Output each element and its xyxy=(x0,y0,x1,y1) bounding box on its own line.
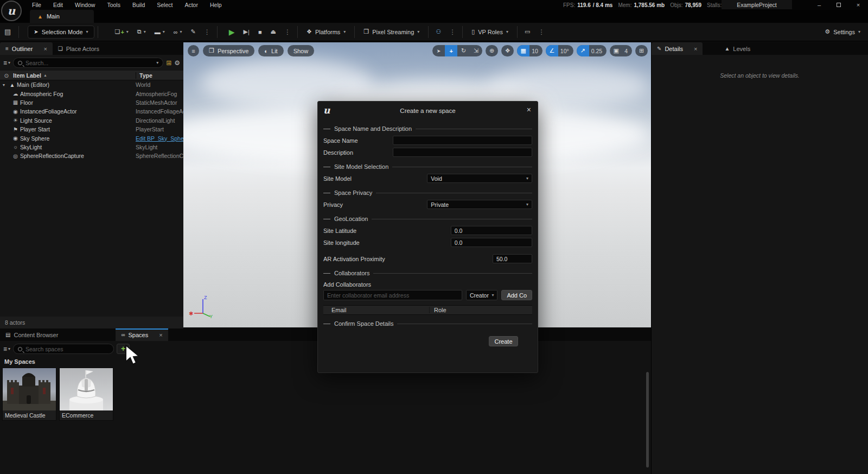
perspective-dropdown[interactable]: ❒ Perspective xyxy=(203,45,254,56)
virtual-camera-options-icon[interactable]: ⋮ xyxy=(535,28,548,36)
camera-speed-control[interactable]: ▣ 4 xyxy=(610,45,632,56)
tab-place-actors[interactable]: ❏ Place Actors xyxy=(53,42,105,55)
menu-tools[interactable]: Tools xyxy=(101,1,126,9)
space-card-ecommerce[interactable]: ECommerce xyxy=(59,368,113,421)
create-space-button[interactable]: Create xyxy=(489,336,518,346)
spaces-search-input[interactable] xyxy=(25,346,109,352)
step-button[interactable]: ▶| xyxy=(240,28,253,35)
grid-snap-control[interactable]: ▦ 10 xyxy=(517,45,542,56)
blueprints-dropdown[interactable]: ⧉▾ xyxy=(133,28,150,35)
menu-select[interactable]: Select xyxy=(151,1,178,9)
filter-icon[interactable]: ≡▾ xyxy=(3,59,10,67)
column-item-label[interactable]: Item Label▲ xyxy=(13,72,136,79)
outliner-settings-gear-icon[interactable]: ⚙ xyxy=(174,59,180,67)
ar-proximity-input[interactable] xyxy=(493,254,532,263)
maximize-viewport-button[interactable]: ⊞ xyxy=(635,45,648,56)
latitude-input[interactable] xyxy=(451,226,532,235)
add-actor-dropdown[interactable]: ❏+▾ xyxy=(111,28,132,35)
tab-main-level[interactable]: ▲ Main xyxy=(30,10,94,23)
show-dropdown[interactable]: Show xyxy=(288,45,315,56)
viewport-menu-icon[interactable]: ≡ xyxy=(188,45,199,56)
world-space-toggle[interactable]: ⊕ xyxy=(486,45,498,56)
site-model-select[interactable]: Void ▾ xyxy=(427,174,532,183)
outliner-search-input[interactable] xyxy=(25,60,153,66)
menu-build[interactable]: Build xyxy=(126,1,151,9)
collaborator-role-select[interactable]: Creator ▾ xyxy=(466,290,498,300)
sequence-dropdown[interactable]: ∞▾ xyxy=(170,29,186,35)
editor-modes-button[interactable]: ✎ xyxy=(187,28,200,35)
close-icon[interactable]: × xyxy=(43,46,47,52)
vp-roles-dropdown[interactable]: ▯ VP Roles ▾ xyxy=(466,28,514,35)
menu-window[interactable]: Window xyxy=(69,1,101,9)
scale-snap-control[interactable]: ↗ 0.25 xyxy=(577,45,607,56)
tree-row-light-source[interactable]: ☀ Light Source DirectionalLight xyxy=(0,116,183,125)
tree-row-atmospheric-fog[interactable]: ☁ Atmospheric Fog AtmosphericFog xyxy=(0,89,183,98)
collaborator-email-input[interactable] xyxy=(323,290,462,300)
pixel-streaming-dropdown[interactable]: ❒ Pixel Streaming ▾ xyxy=(358,28,425,35)
gamepad-icon: ❖ xyxy=(307,28,312,35)
stop-button[interactable]: ■ xyxy=(254,29,266,35)
cinematics-dropdown[interactable]: ▬▾ xyxy=(151,29,169,35)
space-card-medieval-castle[interactable]: Medieval Castle xyxy=(2,368,56,421)
tab-spaces[interactable]: ∞ Spaces × xyxy=(116,328,168,341)
tree-row-floor[interactable]: ▦ Floor StaticMeshActor xyxy=(0,98,183,107)
tab-outliner[interactable]: ≡ Outliner × xyxy=(0,42,53,55)
rotate-tool-icon[interactable]: ↻ xyxy=(457,45,470,56)
dialog-close-icon[interactable]: × xyxy=(527,105,531,114)
settings-dropdown[interactable]: ⚙ Settings ▾ xyxy=(825,28,860,35)
actor-label: SphereReflectionCapture xyxy=(20,153,136,159)
menu-file[interactable]: File xyxy=(26,1,47,9)
menu-actor[interactable]: Actor xyxy=(178,1,204,9)
vertical-scrollbar[interactable] xyxy=(646,372,649,467)
lit-dropdown[interactable]: ◐ Lit xyxy=(258,45,283,56)
tab-levels[interactable]: ▲ Levels xyxy=(719,42,756,55)
tree-row-instanced-foliage[interactable]: ◉ InstancedFoliageActor InstancedFoliage… xyxy=(0,107,183,116)
play-options-icon[interactable]: ⋮ xyxy=(281,28,294,36)
platforms-dropdown[interactable]: ❖ Platforms ▾ xyxy=(301,28,351,35)
longitude-input[interactable] xyxy=(451,238,532,247)
multi-user-button[interactable]: ⚇ xyxy=(432,28,445,35)
tree-row-skylight[interactable]: ☼ SkyLight SkyLight xyxy=(0,143,183,151)
menu-edit[interactable]: Edit xyxy=(47,1,69,9)
play-button[interactable]: ▶ xyxy=(225,28,239,36)
camera-icon: ▣ xyxy=(610,45,622,56)
minimize-button[interactable]: – xyxy=(809,0,829,10)
add-collaborator-button[interactable]: Add Co xyxy=(501,290,532,300)
tab-details[interactable]: ✎ Details × xyxy=(652,42,703,55)
tab-content-browser[interactable]: ▤ Content Browser xyxy=(0,328,63,341)
tree-row-sphere-reflection[interactable]: ◎ SphereReflectionCapture SphereReflecti… xyxy=(0,151,183,160)
outliner-tab-strip: ≡ Outliner × ❏ Place Actors xyxy=(0,42,183,55)
select-tool-icon[interactable]: ➤ xyxy=(432,45,445,56)
tree-row-main-editor[interactable]: ▼ ▲ Main (Editor) World xyxy=(0,80,183,89)
new-folder-icon[interactable]: ⊞ xyxy=(166,59,171,67)
multi-user-options-icon[interactable]: ⋮ xyxy=(446,28,459,36)
space-name-input[interactable] xyxy=(393,136,532,145)
scale-tool-icon[interactable]: ⇲ xyxy=(470,45,482,56)
lit-label: Lit xyxy=(271,48,278,54)
tree-row-sky-sphere[interactable]: ◉ Sky Sphere Edit BP_Sky_Sphere xyxy=(0,134,183,142)
brush-icon: ✎ xyxy=(191,28,196,35)
maximize-button[interactable] xyxy=(829,0,848,10)
visibility-eye-icon[interactable]: ⊙ xyxy=(0,72,13,79)
tree-row-player-start[interactable]: ⚑ Player Start PlayerStart xyxy=(0,125,183,134)
selection-mode-dropdown[interactable]: ➤ Selection Mode ▾ xyxy=(28,26,94,39)
edit-blueprint-link[interactable]: Edit BP_Sky_Sphere xyxy=(136,135,183,142)
virtual-camera-button[interactable]: ▭ xyxy=(521,28,534,35)
close-button[interactable]: × xyxy=(848,0,868,10)
expand-arrow-icon[interactable]: ▼ xyxy=(0,83,8,87)
surface-snapping-button[interactable]: ❖ xyxy=(501,45,514,56)
column-type[interactable]: Type xyxy=(136,72,183,79)
spaces-search-box[interactable] xyxy=(13,344,114,354)
menu-help[interactable]: Help xyxy=(204,1,228,9)
description-input[interactable] xyxy=(393,148,532,157)
privacy-select[interactable]: Private ▾ xyxy=(427,200,532,209)
toolbar-overflow-icon[interactable]: ⋮ xyxy=(201,28,214,36)
close-icon[interactable]: × xyxy=(694,46,697,52)
save-icon[interactable]: ▤ xyxy=(0,28,15,36)
outliner-search-box[interactable]: ▾ xyxy=(13,58,163,68)
move-tool-icon[interactable]: + xyxy=(445,45,457,56)
eject-button[interactable]: ⏏ xyxy=(267,28,280,35)
filter-icon[interactable]: ≡▾ xyxy=(3,345,10,353)
close-icon[interactable]: × xyxy=(159,332,162,338)
rotation-snap-control[interactable]: ∠ 10° xyxy=(546,45,573,56)
